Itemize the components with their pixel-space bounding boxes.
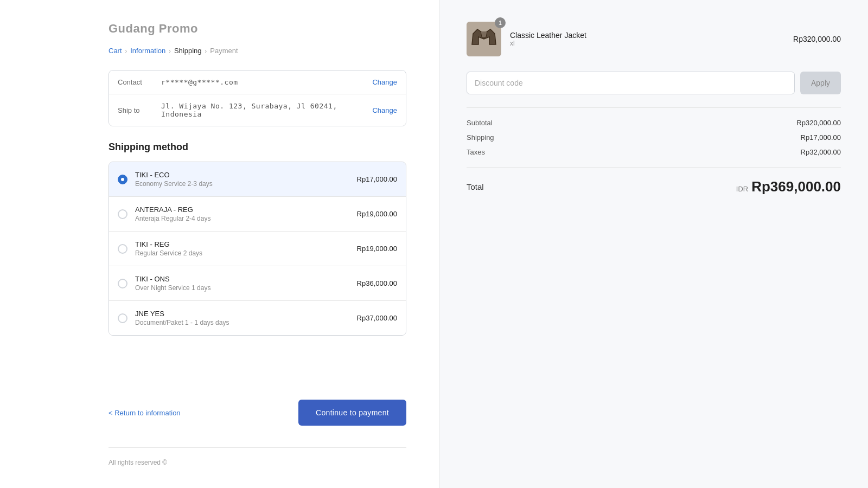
breadcrumb-sep-3: › xyxy=(205,48,207,54)
total-currency: IDR xyxy=(736,185,748,193)
total-row: Total IDR Rp369,000.00 xyxy=(467,167,841,195)
breadcrumb-shipping[interactable]: Shipping xyxy=(174,47,202,55)
subtotal-label: Subtotal xyxy=(467,119,493,127)
product-name: Classic Leather Jacket xyxy=(510,31,784,40)
store-name: Gudang Promo xyxy=(108,22,406,36)
breadcrumb-payment: Payment xyxy=(210,47,238,55)
shipping-option-anteraja-reg[interactable]: ANTERAJA - REGAnteraja Regular 2-4 daysR… xyxy=(109,196,406,231)
subtotal-row: Subtotal Rp320,000.00 xyxy=(467,119,841,127)
shipping-name-tiki-eco: TIKI - ECO xyxy=(135,171,357,179)
shipping-name-jne-yes: JNE YES xyxy=(135,310,357,318)
ship-to-row: Ship to Jl. Wijaya No. 123, Surabaya, Jl… xyxy=(109,94,406,126)
contact-change[interactable]: Change xyxy=(372,78,397,86)
shipping-info-tiki-eco: TIKI - ECOEconomy Service 2-3 days xyxy=(135,171,357,188)
contact-row: Contact r*****@g*****.com Change xyxy=(109,70,406,94)
shipping-price-tiki-ons: Rp36,000.00 xyxy=(357,279,397,287)
total-value: Rp369,000.00 xyxy=(751,178,841,195)
shipping-option-jne-yes[interactable]: JNE YESDocument/Paket 1 - 1 days daysRp3… xyxy=(109,300,406,335)
shipping-value: Rp17,000.00 xyxy=(801,133,841,142)
shipping-desc-anteraja-reg: Anteraja Regular 2-4 days xyxy=(135,215,357,222)
shipping-method-title: Shipping method xyxy=(108,142,406,153)
discount-code-input[interactable] xyxy=(467,72,795,94)
shipping-row: Shipping Rp17,000.00 xyxy=(467,133,841,142)
breadcrumb-information[interactable]: Information xyxy=(130,47,165,55)
shipping-price-anteraja-reg: Rp19,000.00 xyxy=(357,210,397,218)
return-to-information-link[interactable]: < Return to information xyxy=(108,409,181,417)
shipping-price-jne-yes: Rp37,000.00 xyxy=(357,314,397,322)
product-variant: xl xyxy=(510,40,784,47)
breadcrumb-sep-1: › xyxy=(125,48,127,54)
discount-row: Apply xyxy=(467,72,841,94)
shipping-radio-tiki-reg xyxy=(118,244,127,254)
order-summary: Subtotal Rp320,000.00 Shipping Rp17,000.… xyxy=(467,107,841,156)
shipping-info-jne-yes: JNE YESDocument/Paket 1 - 1 days days xyxy=(135,310,357,326)
product-image xyxy=(467,22,501,56)
shipping-radio-tiki-eco xyxy=(118,175,127,184)
continue-to-payment-button[interactable]: Continue to payment xyxy=(298,400,406,426)
product-price: Rp320,000.00 xyxy=(793,35,841,43)
shipping-price-tiki-eco: Rp17,000.00 xyxy=(357,175,397,183)
subtotal-value: Rp320,000.00 xyxy=(796,119,841,127)
taxes-label: Taxes xyxy=(467,148,485,156)
ship-to-label: Ship to xyxy=(118,106,161,114)
left-panel: Gudang Promo Cart › Information › Shippi… xyxy=(0,0,439,488)
shipping-option-tiki-ons[interactable]: TIKI - ONSOver Night Service 1 daysRp36,… xyxy=(109,266,406,300)
shipping-name-tiki-reg: TIKI - REG xyxy=(135,240,357,248)
shipping-info-tiki-ons: TIKI - ONSOver Night Service 1 days xyxy=(135,275,357,292)
total-label: Total xyxy=(467,182,484,191)
shipping-radio-jne-yes xyxy=(118,313,127,323)
shipping-price-tiki-reg: Rp19,000.00 xyxy=(357,245,397,253)
shipping-desc-tiki-eco: Economy Service 2-3 days xyxy=(135,180,357,188)
right-panel: 1 Classic Leather Jacket xl Rp320,000.00… xyxy=(439,0,868,488)
breadcrumb-sep-2: › xyxy=(169,48,171,54)
shipping-options: TIKI - ECOEconomy Service 2-3 daysRp17,0… xyxy=(108,162,406,336)
shipping-info-tiki-reg: TIKI - REGRegular Service 2 days xyxy=(135,240,357,257)
breadcrumb: Cart › Information › Shipping › Payment xyxy=(108,47,406,55)
shipping-radio-tiki-ons xyxy=(118,279,127,288)
info-section: Contact r*****@g*****.com Change Ship to… xyxy=(108,70,406,126)
ship-to-value: Jl. Wijaya No. 123, Surabaya, Jl 60241, … xyxy=(161,102,372,118)
shipping-desc-jne-yes: Document/Paket 1 - 1 days days xyxy=(135,319,357,326)
shipping-desc-tiki-ons: Over Night Service 1 days xyxy=(135,284,357,292)
taxes-value: Rp32,000.00 xyxy=(801,148,841,156)
shipping-option-tiki-reg[interactable]: TIKI - REGRegular Service 2 daysRp19,000… xyxy=(109,231,406,266)
contact-value: r*****@g*****.com xyxy=(161,78,372,86)
total-value-wrap: IDR Rp369,000.00 xyxy=(736,178,841,195)
shipping-desc-tiki-reg: Regular Service 2 days xyxy=(135,249,357,257)
shipping-radio-anteraja-reg xyxy=(118,209,127,219)
shipping-label: Shipping xyxy=(467,133,494,142)
product-details: Classic Leather Jacket xl xyxy=(510,31,784,47)
taxes-row: Taxes Rp32,000.00 xyxy=(467,148,841,156)
breadcrumb-cart[interactable]: Cart xyxy=(108,47,122,55)
shipping-name-tiki-ons: TIKI - ONS xyxy=(135,275,357,283)
ship-to-change[interactable]: Change xyxy=(372,106,397,114)
footer-text: All rights reserved © xyxy=(108,447,406,466)
product-item: 1 Classic Leather Jacket xl Rp320,000.00 xyxy=(467,22,841,56)
footer-actions: < Return to information Continue to paym… xyxy=(108,400,406,426)
apply-discount-button[interactable]: Apply xyxy=(800,72,841,94)
shipping-option-tiki-eco[interactable]: TIKI - ECOEconomy Service 2-3 daysRp17,0… xyxy=(109,162,406,196)
shipping-info-anteraja-reg: ANTERAJA - REGAnteraja Regular 2-4 days xyxy=(135,206,357,222)
shipping-name-anteraja-reg: ANTERAJA - REG xyxy=(135,206,357,214)
product-image-wrap: 1 xyxy=(467,22,501,56)
contact-label: Contact xyxy=(118,78,161,86)
product-quantity-badge: 1 xyxy=(495,17,506,28)
